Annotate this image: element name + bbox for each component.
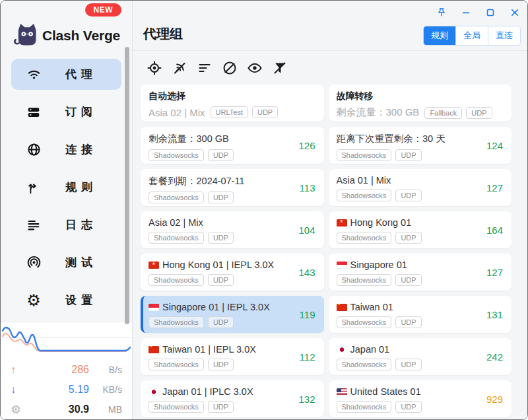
latency-test-icon[interactable] <box>171 59 188 77</box>
protocol-chip: Shadowsocks <box>337 316 392 328</box>
scrollbar-thumb[interactable] <box>125 47 129 324</box>
wifi-icon <box>26 67 42 83</box>
proxy-node-card[interactable]: 剩余流量：300 GB Shadowsocks UDP 126 <box>141 127 324 164</box>
upload-value: 286 <box>25 364 89 376</box>
latency-value: 127 <box>486 182 503 193</box>
udp-chip: UDP <box>395 190 421 201</box>
locate-icon[interactable] <box>146 59 163 77</box>
udp-chip: UDP <box>395 401 421 413</box>
download-unit: KB/s <box>89 384 122 395</box>
sidebar-item-subscriptions[interactable]: 订阅 <box>11 96 121 127</box>
protocol-chip: Shadowsocks <box>337 232 392 244</box>
proxy-node-card[interactable]: 套餐到期：2024-07-11 Shadowsocks UDP 113 <box>141 169 324 206</box>
tab-global-mode[interactable]: 全局 <box>455 26 488 45</box>
udp-chip: UDP <box>466 107 492 119</box>
proxy-node-card[interactable]: Japan 01 | IPLC 3.0X Shadowsocks UDP 132 <box>141 380 324 417</box>
proxy-node-card[interactable]: 距离下次重置剩余：30 天 Shadowsocks UDP 124 <box>329 127 512 164</box>
filter-off-icon[interactable] <box>271 59 288 77</box>
group-name: 故障转移 <box>337 90 504 102</box>
protocol-chip: Shadowsocks <box>337 190 392 201</box>
proxy-group-card-fallback[interactable]: 故障转移 剩余流量：300 GB Fallback UDP <box>329 85 512 122</box>
flag-us-icon <box>337 388 347 396</box>
latency-value: 119 <box>300 309 315 320</box>
protocol-chip: Shadowsocks <box>148 359 204 370</box>
proxy-node-card[interactable]: Asia 01 | Mix Shadowsocks UDP 127 <box>329 169 512 206</box>
upload-stat-row: ↑ 286 B/s <box>1 360 132 380</box>
sidebar-item-connections[interactable]: 连接 <box>11 134 121 165</box>
udp-chip: UDP <box>395 232 421 244</box>
sidebar-item-proxies[interactable]: 代理 <box>11 59 121 90</box>
pin-icon[interactable] <box>433 4 449 20</box>
proxy-node-card[interactable]: Taiwan 01 | IEPL 3.0X Shadowsocks UDP 11… <box>141 338 324 375</box>
protocol-chip: Shadowsocks <box>148 192 204 203</box>
app-name: Clash Verge <box>42 28 120 44</box>
flag-hk-icon <box>148 262 159 269</box>
node-name: Singapore 01 <box>350 260 407 270</box>
udp-chip: UDP <box>208 149 234 161</box>
sort-icon[interactable] <box>196 59 213 77</box>
sidebar-item-test[interactable]: 测试 <box>11 247 121 278</box>
proxy-node-card[interactable]: Japan 01 Shadowsocks UDP 242 <box>329 338 512 375</box>
memory-stat-row[interactable]: 30.9 MB <box>1 400 132 419</box>
udp-chip: UDP <box>208 316 234 328</box>
group-current-node: 剩余流量：300 GB <box>337 106 420 119</box>
udp-chip: UDP <box>208 274 234 286</box>
proxy-node-card[interactable]: Hong Kong 01 | IEPL 3.0X Shadowsocks UDP… <box>141 254 324 291</box>
udp-chip: UDP <box>395 274 421 286</box>
proxy-group-card-auto-select[interactable]: 自动选择 Asia 02 | Mix URLTest UDP <box>141 85 324 122</box>
rules-icon <box>26 180 42 195</box>
traffic-graph <box>1 324 132 360</box>
flag-cn-icon <box>337 304 347 311</box>
node-name: Hong Kong 01 <box>350 217 412 228</box>
minimize-icon[interactable] <box>457 4 474 20</box>
latency-value: 127 <box>486 267 503 278</box>
subscription-icon <box>26 104 42 120</box>
node-name: Japan 01 <box>350 344 390 355</box>
tab-rule-mode[interactable]: 规则 <box>424 26 455 45</box>
sidebar-item-label: 设置 <box>65 293 97 308</box>
new-badge[interactable]: NEW <box>85 3 122 17</box>
download-value: 5.19 <box>25 384 89 396</box>
udp-chip: UDP <box>395 149 421 161</box>
proxy-node-card-selected[interactable]: Singapore 01 | IEPL 3.0X Shadowsocks UDP… <box>141 296 324 333</box>
sidebar-item-label: 日志 <box>65 217 97 232</box>
protocol-chip: Shadowsocks <box>148 316 204 328</box>
group-current-node: Asia 02 | Mix <box>148 107 205 118</box>
node-name: 套餐到期：2024-07-11 <box>148 176 245 186</box>
latency-value: 112 <box>300 351 315 363</box>
sidebar-item-settings[interactable]: ⚙ 设置 <box>11 285 121 316</box>
close-icon[interactable] <box>506 4 523 20</box>
blind-mode-icon[interactable] <box>221 59 238 77</box>
arrow-up-icon: ↑ <box>11 364 25 376</box>
traffic-panel: ↑ 286 B/s ↓ 5.19 KB/s 30.9 MB <box>1 322 132 419</box>
tab-direct-mode[interactable]: 直连 <box>488 26 520 45</box>
maximize-icon[interactable] <box>482 4 498 20</box>
node-name: Asia 02 | Mix <box>148 217 203 228</box>
protocol-chip: Shadowsocks <box>337 274 392 286</box>
udp-chip: UDP <box>208 192 234 203</box>
latency-value: 164 <box>486 225 503 236</box>
sidebar-item-label: 代理 <box>65 67 97 82</box>
protocol-chip: Shadowsocks <box>337 359 392 370</box>
proxy-node-card[interactable]: Hong Kong 01 Shadowsocks UDP 164 <box>329 211 512 248</box>
sidebar-item-rules[interactable]: 规则 <box>11 172 121 203</box>
node-name: Singapore 01 | IEPL 3.0X <box>162 302 270 312</box>
settings-icon: ⚙ <box>26 293 42 308</box>
flag-sg-icon <box>337 262 347 269</box>
protocol-chip: Shadowsocks <box>148 401 204 413</box>
sidebar-item-logs[interactable]: 日志 <box>11 209 121 240</box>
latency-value: 104 <box>298 225 315 236</box>
proxy-node-card[interactable]: Singapore 01 Shadowsocks UDP 127 <box>329 254 512 291</box>
proxy-node-card[interactable]: United States 01 Shadowsocks UDP 929 <box>329 380 512 417</box>
eye-icon[interactable] <box>246 59 263 77</box>
proxy-node-card[interactable]: Taiwan 01 Shadowsocks UDP 131 <box>329 296 512 333</box>
udp-chip: UDP <box>395 359 421 370</box>
node-name: Japan 01 | IPLC 3.0X <box>162 386 253 397</box>
udp-chip: UDP <box>208 359 234 370</box>
node-name: 距离下次重置剩余：30 天 <box>337 133 446 144</box>
window-controls <box>433 4 523 20</box>
sidebar-item-label: 测试 <box>65 255 97 270</box>
sidebar-item-label: 规则 <box>65 180 97 195</box>
sidebar-item-label: 订阅 <box>65 104 97 120</box>
proxy-node-card[interactable]: Asia 02 | Mix Shadowsocks UDP 104 <box>141 211 324 248</box>
